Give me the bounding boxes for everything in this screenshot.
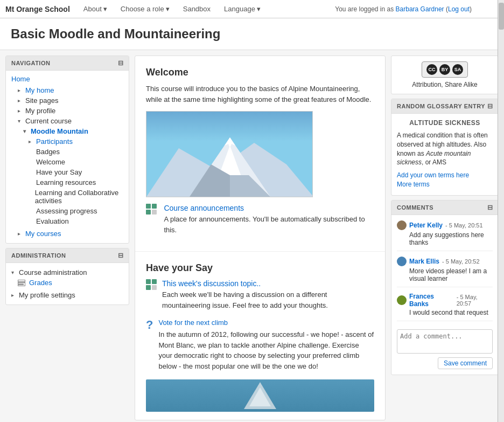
arrow-icon: ▸ <box>29 139 34 144</box>
admin-item-grades[interactable]: Grades <box>18 278 123 288</box>
nav-item-welcome[interactable]: ▸ Welcome <box>29 157 123 167</box>
comments-collapse-icon[interactable]: ⊟ <box>487 204 493 211</box>
more-terms-link[interactable]: More terms <box>397 181 493 188</box>
nav-item-mycourses[interactable]: ▸ My courses <box>18 229 123 239</box>
by-icon: BY <box>439 64 450 75</box>
admin-item-profilesettings[interactable]: ▸ My profile settings <box>11 290 123 300</box>
navigation-collapse-icon[interactable]: ⊟ <box>118 59 124 67</box>
nav-item-myprofile[interactable]: ▸ My profile <box>18 106 123 116</box>
navigation-content: Home ▸ My home ▸ Site pages <box>6 71 129 243</box>
mountain-image <box>146 111 313 197</box>
nav-item-learningresources[interactable]: ▸ Learning resources <box>29 177 123 188</box>
save-comment-button[interactable]: Save comment <box>438 357 493 369</box>
scrollbar[interactable] <box>498 0 504 422</box>
announcements-content: Course announcements A place for announc… <box>164 204 374 235</box>
avatar-frances <box>397 295 407 305</box>
comment-header-1: Peter Kelly - 5 May, 20:51 <box>397 220 493 230</box>
nav-item-learningcollab[interactable]: ▸ Learning and Collaborative activities <box>29 188 123 206</box>
arrow-icon: ▸ <box>18 87 23 93</box>
date-frances: - 5 May, 20:57 <box>457 294 493 307</box>
admin-tree: ▾ Course administration Grades <box>11 267 123 300</box>
nav-about[interactable]: About ▾ <box>78 2 113 16</box>
glossary-content: ALTITUDE SICKNESS A medical condition th… <box>391 114 498 195</box>
announcements-link[interactable]: Course announcements <box>164 204 374 212</box>
nav-item-evaluation[interactable]: ▸ Evaluation <box>29 216 123 226</box>
discussion-content: This week's discussion topic.. Each week… <box>162 279 374 310</box>
arrow-icon: ▾ <box>23 128 29 134</box>
comment-input[interactable] <box>397 329 493 354</box>
course-announcements-item: Course announcements A place for announc… <box>146 204 374 235</box>
nav-item-myhome[interactable]: ▸ My home <box>18 85 123 95</box>
welcome-title: Welcome <box>146 67 374 78</box>
administration-block: ADMINISTRATION ⊟ ▾ Course administration <box>5 248 129 305</box>
comment-submit: Save comment <box>397 357 493 369</box>
cc-license-block: CC BY SA Attribution, Share Alike <box>391 56 499 94</box>
author-mark[interactable]: Mark Ellis <box>409 258 439 265</box>
nav-item-currentcourse[interactable]: ▾ Current course <box>18 116 123 126</box>
date-mark: - 5 May, 20:52 <box>442 258 480 265</box>
arrow-icon: ▸ <box>18 98 23 103</box>
comment-item-1: Peter Kelly - 5 May, 20:51 Add any sugge… <box>397 220 493 251</box>
add-terms-link[interactable]: Add your own terms here <box>397 171 493 179</box>
vote-item: ? Vote for the next climb In the autumn … <box>146 319 374 371</box>
administration-content: ▾ Course administration Grades <box>6 263 129 305</box>
vote-link[interactable]: Vote for the next climb <box>158 319 374 327</box>
cc-badge: CC BY SA <box>422 61 468 78</box>
nav-tree: ▸ My home ▸ Site pages ▸ <box>11 85 123 239</box>
vote-desc: In the autumn of 2012, following our suc… <box>158 330 374 370</box>
cc-attribution: Attribution, Share Alike <box>412 81 477 88</box>
logout-link[interactable]: Log out <box>448 5 470 13</box>
nav-item-badges[interactable]: ▸ Badges <box>29 147 123 157</box>
nav-item-moodlemountain[interactable]: ▾ Moodle Mountain <box>23 126 123 136</box>
nav-item-participants[interactable]: ▸ Participants <box>29 136 123 147</box>
cc-badge-wrapper: CC BY SA Attribution, Share Alike <box>397 61 493 88</box>
right-sidebar: CC BY SA Attribution, Share Alike RANDOM… <box>391 56 499 420</box>
site-brand: Mt Orange School <box>5 5 70 13</box>
administration-header: ADMINISTRATION ⊟ <box>6 248 129 263</box>
nav-sandbox[interactable]: Sandbox <box>178 2 216 16</box>
admin-item-courseadmin[interactable]: ▾ Course administration <box>11 267 123 278</box>
welcome-section: Welcome This course will introduce you t… <box>135 56 385 252</box>
main-content: Welcome This course will introduce you t… <box>135 56 386 420</box>
arrow-icon: ▾ <box>11 269 17 275</box>
welcome-body: This course will introduce you to the ba… <box>146 84 374 105</box>
nav-item-sitepages[interactable]: ▸ Site pages <box>18 95 123 106</box>
page-title-bar: Basic Moodle and Mountaineering <box>0 18 504 50</box>
chevron-down-icon: ▾ <box>257 5 261 13</box>
cc-icon: CC <box>426 64 437 75</box>
text-frances: I would second that request <box>409 309 493 316</box>
arrow-icon: ▸ <box>11 292 17 298</box>
navbar: Mt Orange School About ▾ Choose a role ▾… <box>0 0 504 18</box>
announcements-desc: A place for announcements. You'll be aut… <box>164 215 365 234</box>
scrollbar-thumb[interactable] <box>499 3 504 30</box>
question-icon: ? <box>146 319 153 331</box>
chevron-down-icon: ▾ <box>166 5 170 13</box>
avatar-peter <box>397 220 407 230</box>
nav-home-link[interactable]: Home <box>11 75 123 83</box>
user-name-link[interactable]: Barbara Gardner <box>396 5 444 13</box>
comments-content: Peter Kelly - 5 May, 20:51 Add any sugge… <box>391 215 498 375</box>
glossary-collapse-icon[interactable]: ⊟ <box>487 102 493 110</box>
sa-icon: SA <box>452 64 463 75</box>
nav-choose-role[interactable]: Choose a role ▾ <box>115 2 175 16</box>
discussion-desc: Each week we'll be having a discussion o… <box>162 290 328 309</box>
cc-content: CC BY SA Attribution, Share Alike <box>391 56 498 94</box>
forum-icon-2 <box>146 279 157 292</box>
nav-item-assessingprogress[interactable]: ▸ Assessing progress <box>29 206 123 216</box>
arrow-icon: ▸ <box>18 108 23 114</box>
nav-language[interactable]: Language ▾ <box>219 2 266 16</box>
discussion-link[interactable]: This week's discussion topic.. <box>162 279 374 288</box>
next-section-preview <box>146 379 374 412</box>
have-your-say-section: Have your Say This week's discussion top… <box>135 252 385 420</box>
glossary-block: RANDOM GLOSSARY ENTRY ⊟ ALTITUDE SICKNES… <box>391 99 499 196</box>
text-mark: More videos please! I am a visual learne… <box>409 267 493 282</box>
page-title: Basic Moodle and Mountaineering <box>11 26 493 41</box>
author-peter[interactable]: Peter Kelly <box>409 222 443 229</box>
author-frances[interactable]: Frances Banks <box>409 293 454 308</box>
glossary-header: RANDOM GLOSSARY ENTRY ⊟ <box>391 99 498 114</box>
nav-item-haveyoursay[interactable]: ▸ Have your Say <box>29 167 123 177</box>
comment-header-2: Mark Ellis - 5 May, 20:52 <box>397 257 493 266</box>
admin-collapse-icon[interactable]: ⊟ <box>118 252 124 259</box>
text-peter: Add any suggestions here thanks <box>409 231 493 246</box>
forum-icon <box>146 204 158 217</box>
